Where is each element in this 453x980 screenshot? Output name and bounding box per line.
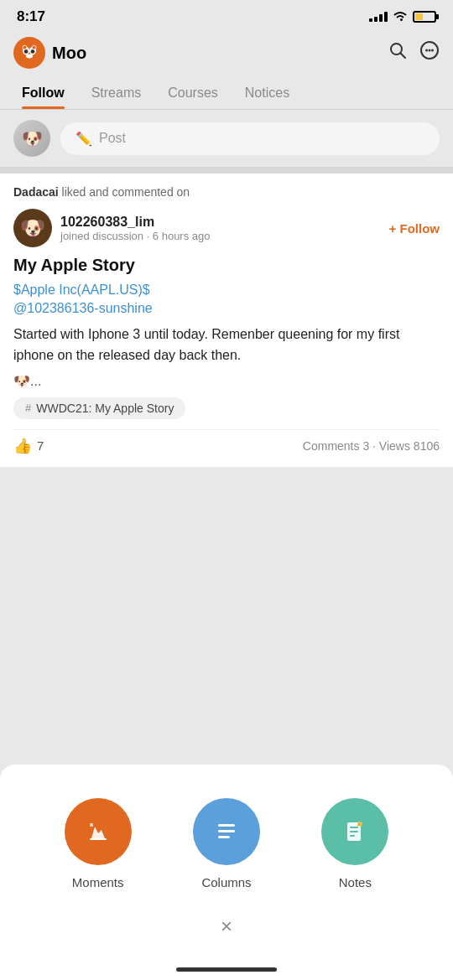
comments-count: Comments 3 [303,439,369,453]
bottom-sheet: Moments Columns [0,765,453,980]
post-input-box[interactable]: ✏️ Post [60,122,440,155]
status-bar: 8:17 [0,0,453,30]
svg-rect-16 [218,830,235,832]
feed-divider [0,167,453,174]
pencil-icon: ✏️ [76,131,92,147]
user-avatar: 🐶 [13,120,50,157]
columns-label: Columns [201,875,251,889]
svg-rect-14 [90,823,93,827]
likes-area[interactable]: 👍 7 [13,437,44,455]
feed-area: Dadacai liked and commented on 🐶 1022603… [0,174,453,467]
post-emoji: 🐶... [13,373,440,389]
activity-line: Dadacai liked and commented on [13,185,440,199]
status-time: 8:17 [17,8,45,25]
app-header: Moo [0,30,453,75]
option-moments[interactable]: Moments [65,798,132,889]
tab-notices[interactable]: Notices [232,75,303,109]
header-left: Moo [13,37,86,69]
stats-separator: · [372,439,379,453]
svg-rect-19 [350,827,358,828]
activity-text: liked and commented on [62,185,190,199]
post-hashtag[interactable]: # WWDC21: My Apple Story [13,397,185,419]
option-notes[interactable]: Notes [321,798,388,889]
svg-point-12 [429,49,431,52]
search-icon[interactable] [388,40,408,65]
stats-right: Comments 3 · Views 8106 [303,439,440,453]
post-mention[interactable]: @102386136-sunshine [13,301,440,316]
battery-icon [413,11,436,23]
post-author-row: 🐶 102260383_lim joined discussion · 6 ho… [13,209,440,247]
author-avatar: 🐶 [13,209,52,247]
svg-point-5 [26,54,33,59]
header-actions [388,40,440,65]
tab-follow[interactable]: Follow [8,75,78,109]
post-title: My Apple Story [13,254,440,276]
svg-point-3 [24,49,29,54]
post-placeholder: Post [99,131,126,146]
svg-rect-17 [218,836,230,838]
author-name: 102260383_lim [60,215,211,230]
thumb-icon: 👍 [13,437,32,455]
svg-point-11 [425,49,428,52]
option-columns[interactable]: Columns [193,798,260,889]
stock-tag[interactable]: $Apple Inc(AAPL.US)$ [13,283,440,298]
hashtag-text: WWDC21: My Apple Story [36,402,174,415]
svg-rect-15 [218,824,235,827]
hashtag-icon: # [25,402,31,414]
home-indicator [176,967,277,972]
post-author-left: 🐶 102260383_lim joined discussion · 6 ho… [13,209,211,247]
likes-count: 7 [37,438,44,453]
activity-user: Dadacai [13,185,59,199]
svg-point-6 [23,45,27,49]
wifi-icon [393,10,408,24]
svg-rect-21 [350,835,355,837]
author-info: 102260383_lim joined discussion · 6 hour… [60,215,211,242]
close-icon[interactable]: × [221,915,232,938]
columns-icon-circle [193,798,260,865]
follow-button[interactable]: + Follow [389,221,440,236]
author-meta: joined discussion · 6 hours ago [60,230,211,242]
post-input-area: 🐶 ✏️ Post [0,110,453,167]
svg-point-4 [31,49,35,54]
nav-tabs: Follow Streams Courses Notices [0,75,453,110]
post-stats: 👍 7 Comments 3 · Views 8106 [13,429,440,455]
views-count: Views 8106 [379,439,440,453]
app-logo [13,37,45,69]
notes-icon-circle [321,798,388,865]
notes-label: Notes [339,875,372,889]
svg-rect-20 [350,831,358,832]
tab-streams[interactable]: Streams [78,75,155,109]
moments-icon-circle [65,798,132,865]
app-name: Moo [52,44,86,63]
svg-line-9 [401,54,406,59]
svg-point-7 [32,45,36,49]
signal-icon [369,12,388,22]
status-icons [369,10,436,24]
svg-point-13 [431,49,434,52]
more-options-icon[interactable] [419,40,440,65]
moments-label: Moments [72,875,124,889]
post-options: Moments Columns [0,790,453,906]
tab-courses[interactable]: Courses [154,75,232,109]
post-text: Started with Iphone 3 until today. Remen… [13,324,440,366]
close-button[interactable]: × [0,915,453,938]
